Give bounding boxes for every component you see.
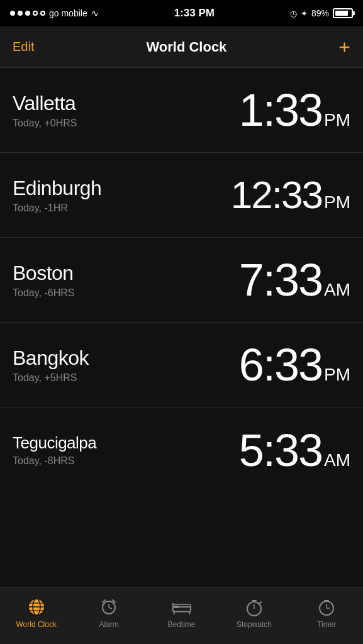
tab-alarm[interactable]: Alarm: [72, 597, 145, 629]
signal-dot-1: [10, 11, 15, 16]
tab-timer-label: Timer: [317, 620, 336, 629]
clock-offset-valletta: Today, +0HRS: [13, 118, 77, 129]
bed-svg: [172, 598, 192, 616]
clock-offset-bangkok: Today, +5HRS: [13, 372, 89, 384]
svg-line-8: [109, 608, 112, 609]
signal-dot-4: [33, 11, 38, 16]
tab-world-clock[interactable]: World Clock: [0, 597, 72, 629]
clock-city-valletta: Valletta: [13, 92, 77, 115]
clock-ampm-bangkok: PM: [324, 366, 350, 384]
clock-item-boston: Boston Today, -6HRS 7:33 AM: [0, 238, 363, 323]
clock-ampm-edinburgh: PM: [324, 194, 350, 211]
clock-item-valletta: Valletta Today, +0HRS 1:33 PM: [0, 68, 363, 153]
tab-bedtime[interactable]: Bedtime: [145, 597, 218, 629]
clock-time-valletta: 1:33 PM: [239, 87, 350, 133]
tab-bedtime-label: Bedtime: [168, 620, 196, 629]
alarm-status-icon: ◷: [290, 9, 297, 18]
battery-percent: 89%: [311, 8, 329, 18]
battery-fill: [335, 11, 348, 16]
tab-bar: World Clock Alarm: [0, 587, 363, 644]
clock-info-bangkok: Bangkok Today, +5HRS: [13, 347, 89, 384]
clock-info-valletta: Valletta Today, +0HRS: [13, 92, 77, 129]
signal-dots: [10, 11, 45, 16]
clock-time-edinburgh: 12:33 PM: [231, 175, 350, 214]
clock-info-edinburgh: Edinburgh Today, -1HR: [13, 177, 101, 214]
battery-bar: [333, 8, 353, 18]
clock-item-edinburgh: Edinburgh Today, -1HR 12:33 PM: [0, 153, 363, 238]
svg-rect-13: [174, 606, 179, 608]
clock-time-value-edinburgh: 12:33: [231, 175, 322, 214]
clock-offset-boston: Today, -6HRS: [13, 287, 74, 299]
status-right: ◷ ✦ 89%: [290, 8, 353, 18]
clock-info-boston: Boston Today, -6HRS: [13, 262, 74, 299]
bluetooth-icon: ✦: [301, 9, 308, 18]
alarm-svg: [99, 597, 118, 616]
status-left: go mobile ∿: [10, 8, 99, 18]
tab-alarm-label: Alarm: [99, 620, 118, 629]
tab-timer[interactable]: Timer: [291, 597, 363, 629]
clock-time-value-boston: 7:33: [239, 257, 322, 303]
status-bar: go mobile ∿ 1:33 PM ◷ ✦ 89%: [0, 0, 363, 26]
clock-city-edinburgh: Edinburgh: [13, 177, 101, 200]
clock-item-bangkok: Bangkok Today, +5HRS 6:33 PM: [0, 323, 363, 408]
clock-ampm-valletta: PM: [324, 111, 350, 129]
clock-time-value-bangkok: 6:33: [239, 342, 322, 387]
battery-indicator: [333, 8, 353, 18]
clock-time-bangkok: 6:33 PM: [239, 342, 350, 387]
clock-city-boston: Boston: [13, 262, 74, 285]
tab-world-clock-label: World Clock: [16, 620, 56, 629]
nav-title: World Clock: [146, 39, 226, 55]
alarm-icon: [99, 597, 119, 617]
tab-stopwatch-label: Stopwatch: [237, 620, 272, 629]
wifi-icon: ∿: [91, 8, 99, 18]
clock-time-value-valletta: 1:33: [239, 87, 322, 133]
signal-dot-2: [18, 11, 23, 16]
clock-ampm-boston: AM: [324, 281, 350, 299]
clock-list: Valletta Today, +0HRS 1:33 PM Edinburgh …: [0, 68, 363, 587]
timer-svg: [318, 597, 335, 616]
edit-button[interactable]: Edit: [13, 40, 34, 54]
status-time: 1:33 PM: [174, 7, 215, 19]
world-clock-icon: [26, 597, 47, 617]
stopwatch-svg: [245, 597, 263, 617]
clock-item-tegucigalpa: Tegucigalpa Today, -8HRS 5:33 AM: [0, 408, 363, 492]
clock-time-boston: 7:33 AM: [239, 257, 350, 303]
clock-info-tegucigalpa: Tegucigalpa Today, -8HRS: [13, 433, 96, 467]
signal-dot-3: [25, 11, 30, 16]
clock-time-tegucigalpa: 5:33 AM: [239, 428, 350, 473]
stopwatch-icon: [244, 597, 264, 617]
clock-offset-edinburgh: Today, -1HR: [13, 203, 101, 214]
svg-line-21: [260, 602, 261, 603]
nav-bar: Edit World Clock +: [0, 26, 363, 68]
add-button[interactable]: +: [338, 37, 350, 57]
timer-icon: [316, 597, 337, 617]
clock-time-value-tegucigalpa: 5:33: [239, 428, 322, 473]
carrier-label: go mobile: [49, 8, 87, 18]
clock-city-tegucigalpa: Tegucigalpa: [13, 433, 96, 453]
clock-offset-tegucigalpa: Today, -8HRS: [13, 455, 96, 467]
signal-dot-5: [40, 11, 45, 16]
bedtime-icon: [172, 597, 192, 617]
globe-svg: [26, 597, 47, 617]
tab-stopwatch[interactable]: Stopwatch: [218, 597, 290, 629]
clock-city-bangkok: Bangkok: [13, 347, 89, 370]
clock-ampm-tegucigalpa: AM: [324, 452, 350, 469]
